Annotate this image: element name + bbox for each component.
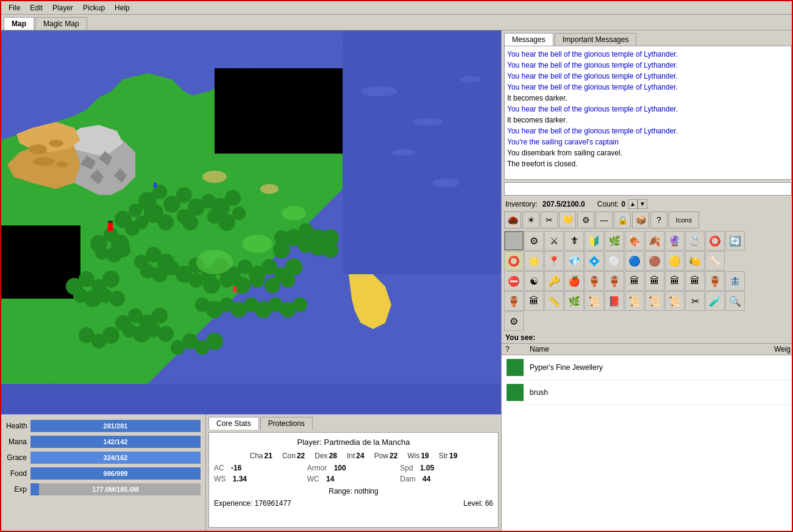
health-row: Health 281/281 bbox=[6, 419, 201, 433]
inv-cell[interactable]: 🔰 bbox=[585, 231, 604, 250]
inv-cell[interactable]: 🔮 bbox=[665, 231, 685, 250]
inv-btn-crossed[interactable]: ✂ bbox=[541, 211, 558, 229]
inv-cell[interactable]: 🍂 bbox=[645, 231, 664, 250]
inv-cell[interactable]: ⚔ bbox=[544, 231, 564, 250]
inv-cell[interactable]: 🦴 bbox=[705, 251, 725, 271]
you-see-item[interactable]: brush bbox=[502, 380, 793, 405]
you-see-items[interactable]: Pyper's Fine Jewellerybrush bbox=[502, 355, 793, 532]
inv-cell[interactable]: 🏺 bbox=[605, 271, 624, 291]
inv-cell[interactable]: 🔄 bbox=[725, 231, 745, 250]
svg-point-34 bbox=[232, 207, 246, 220]
inv-cell[interactable]: ⛔ bbox=[504, 271, 524, 291]
inv-btn-acorn[interactable]: 🌰 bbox=[504, 211, 521, 229]
menu-pickup[interactable]: Pickup bbox=[78, 2, 110, 13]
inv-cell[interactable]: 🏺 bbox=[504, 291, 524, 311]
inv-cell[interactable]: 🌟 bbox=[524, 251, 544, 271]
inv-cell[interactable]: 🍋 bbox=[685, 251, 705, 271]
menu-player[interactable]: Player bbox=[48, 2, 78, 13]
inv-btn-box[interactable]: 📦 bbox=[632, 211, 649, 229]
inv-cell[interactable]: ☯ bbox=[524, 271, 544, 291]
inv-cell[interactable]: 📜 bbox=[665, 291, 685, 311]
food-value: 986/999 bbox=[104, 470, 128, 477]
inv-cell[interactable]: 🍖 bbox=[625, 231, 644, 250]
inv-cell[interactable]: 🏛 bbox=[645, 271, 664, 291]
inv-cell[interactable]: 💠 bbox=[585, 251, 604, 271]
messages-content[interactable]: You hear the bell of the glorious temple… bbox=[504, 46, 792, 180]
chat-input[interactable] bbox=[504, 182, 792, 196]
health-value: 281/281 bbox=[104, 422, 128, 430]
svg-point-92 bbox=[158, 326, 174, 342]
inv-cell[interactable]: ⚙ bbox=[524, 231, 544, 250]
inv-cell[interactable]: 🌿 bbox=[564, 291, 584, 311]
inv-cell[interactable]: 📕 bbox=[605, 291, 624, 311]
inv-cell[interactable]: 🧪 bbox=[705, 291, 725, 311]
inv-cell[interactable]: 🟡 bbox=[665, 251, 685, 271]
svg-point-123 bbox=[391, 149, 416, 155]
inv-cell[interactable]: 🔍 bbox=[725, 291, 745, 311]
inv-cell[interactable]: ✂ bbox=[685, 291, 705, 311]
inv-cell[interactable]: 🔵 bbox=[625, 251, 644, 271]
svg-point-69 bbox=[109, 291, 125, 307]
you-see-item[interactable]: Pyper's Fine Jewellery bbox=[502, 355, 793, 380]
tab-messages[interactable]: Messages bbox=[504, 33, 553, 46]
inv-cell[interactable]: 📍 bbox=[544, 251, 564, 271]
you-see-section: You see: ? Name Weig Pyper's Fine Jewell… bbox=[502, 332, 793, 532]
inv-cell[interactable]: 🔑 bbox=[544, 271, 564, 291]
inv-btn-gem[interactable]: 💛 bbox=[559, 211, 576, 229]
mana-label: Mana bbox=[6, 438, 30, 446]
inv-cell[interactable]: 🏺 bbox=[705, 271, 725, 291]
inv-cell[interactable]: ⭕ bbox=[705, 231, 725, 250]
tab-important-messages[interactable]: Important Messages bbox=[555, 33, 637, 46]
svg-point-33 bbox=[218, 214, 235, 231]
menu-file[interactable]: File bbox=[4, 2, 25, 13]
svg-rect-113 bbox=[108, 222, 113, 231]
inv-cell[interactable]: 📜 bbox=[585, 291, 604, 311]
inventory-scroll-up[interactable]: ▲ bbox=[628, 199, 638, 209]
inv-cell[interactable]: 🟤 bbox=[645, 251, 664, 271]
inv-cell[interactable]: 💍 bbox=[685, 231, 705, 250]
inv-cell[interactable]: ⚪ bbox=[605, 251, 624, 271]
menu-edit[interactable]: Edit bbox=[25, 2, 48, 13]
svg-point-110 bbox=[242, 235, 272, 253]
svg-point-31 bbox=[225, 190, 241, 206]
inv-cell[interactable]: 📜 bbox=[625, 291, 644, 311]
inv-btn-question[interactable]: ? bbox=[650, 211, 667, 229]
svg-point-56 bbox=[203, 277, 220, 294]
player-name: Player: Partmedia de la Mancha bbox=[214, 438, 493, 447]
inventory-scroll-down[interactable]: ▼ bbox=[638, 199, 647, 209]
inventory-weight: 207.5/2100.0 bbox=[542, 200, 585, 208]
inv-cell[interactable]: 🌿 bbox=[605, 231, 624, 250]
tab-map[interactable]: Map bbox=[4, 17, 34, 30]
inv-cell[interactable]: 📜 bbox=[645, 291, 664, 311]
inv-cell[interactable]: 🏛 bbox=[625, 271, 644, 291]
message-line: You hear the bell of the glorious temple… bbox=[507, 126, 789, 137]
inv-cell[interactable]: 💎 bbox=[564, 251, 584, 271]
inv-btn-wheel[interactable]: ⚙ bbox=[577, 211, 594, 229]
inv-cell[interactable]: ⚙ bbox=[504, 311, 524, 331]
svg-rect-127 bbox=[507, 384, 524, 401]
menu-help[interactable]: Help bbox=[110, 2, 135, 13]
inv-cell[interactable] bbox=[504, 231, 524, 250]
inv-btn-icons[interactable]: Icons bbox=[669, 211, 699, 229]
core-stats-section: Core Stats Protections Player: Partmedia… bbox=[205, 414, 501, 532]
game-map[interactable] bbox=[1, 30, 501, 414]
inv-btn-sun[interactable]: ☀ bbox=[522, 211, 539, 229]
tab-protections[interactable]: Protections bbox=[260, 417, 313, 430]
inv-cell[interactable]: 🗡 bbox=[564, 231, 584, 250]
inv-cell[interactable]: 📏 bbox=[544, 291, 564, 311]
inv-cell[interactable]: 🏦 bbox=[725, 271, 745, 291]
message-line: You hear the bell of the glorious temple… bbox=[507, 82, 789, 93]
inv-cell[interactable]: 🏛 bbox=[665, 271, 685, 291]
item-icon bbox=[505, 383, 525, 402]
inv-cell[interactable]: 🍎 bbox=[564, 271, 584, 291]
stats-bars: Health 281/281 Mana 142/142 Grace bbox=[1, 414, 205, 532]
inv-btn-dash[interactable]: — bbox=[596, 211, 613, 229]
tab-magic-map[interactable]: Magic Map bbox=[35, 17, 87, 30]
inv-cell[interactable]: 🏛 bbox=[524, 291, 544, 311]
inv-cell[interactable]: 🏛 bbox=[685, 271, 705, 291]
tab-core-stats[interactable]: Core Stats bbox=[208, 417, 259, 430]
svg-rect-115 bbox=[233, 286, 236, 293]
inv-cell[interactable]: ⭕ bbox=[504, 251, 524, 271]
inv-btn-lock[interactable]: 🔒 bbox=[614, 211, 631, 229]
inv-cell[interactable]: 🏺 bbox=[585, 271, 604, 291]
